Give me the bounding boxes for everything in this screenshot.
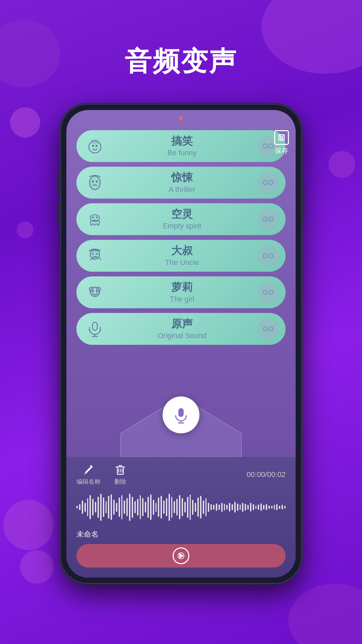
- wave-bar: [190, 494, 191, 520]
- edit-name-button[interactable]: 编辑名称: [76, 464, 101, 486]
- svg-point-7: [89, 176, 100, 190]
- phone-device: 保存 搞笑 Be funny GO 惊悚: [60, 104, 302, 584]
- effect-name-cn-original: 原声: [107, 317, 257, 331]
- wave-bar: [147, 497, 149, 518]
- wave-bar: [137, 499, 138, 516]
- effect-name-en-funny: Be funny: [107, 148, 257, 158]
- go-button-girl[interactable]: GO: [257, 282, 279, 303]
- go-button-spirit[interactable]: GO: [257, 209, 279, 230]
- wave-bar: [263, 505, 264, 509]
- wave-bar: [274, 505, 275, 509]
- go-button-thriller[interactable]: GO: [257, 172, 279, 194]
- effects-list: 搞笑 Be funny GO 惊悚 A thriller GO 空灵: [66, 127, 296, 390]
- svg-point-5: [92, 145, 94, 147]
- bg-blob-3: [10, 107, 40, 138]
- wave-bar: [224, 504, 225, 511]
- wave-bar: [237, 503, 238, 511]
- effect-name-en-uncle: The Uncle: [107, 258, 257, 268]
- bg-blob-7: [20, 550, 54, 584]
- wave-bar: [210, 504, 212, 510]
- wave-bar: [219, 504, 220, 510]
- effect-item-original[interactable]: 原声 Original Sound GO: [76, 313, 286, 345]
- play-button[interactable]: [76, 544, 286, 568]
- wave-bar: [145, 502, 146, 513]
- app-title: 音频变声: [0, 44, 362, 80]
- effect-item-girl[interactable]: 萝莉 The girl GO: [76, 276, 286, 308]
- volume-down-button: [58, 201, 60, 225]
- wave-bar: [205, 498, 207, 516]
- wave-bar: [142, 498, 143, 516]
- wave-bar: [103, 497, 104, 517]
- effect-item-funny[interactable]: 搞笑 Be funny GO: [76, 130, 286, 162]
- effect-item-uncle[interactable]: 大叔 The Uncle GO: [76, 240, 286, 272]
- wave-bar: [116, 503, 117, 512]
- edit-icon: [82, 464, 95, 476]
- go-button-uncle[interactable]: GO: [257, 245, 279, 267]
- svg-rect-1: [280, 135, 283, 137]
- wave-bar: [276, 504, 278, 510]
- wave-bar: [158, 497, 159, 517]
- delete-icon: [114, 464, 127, 476]
- play-icon: [173, 547, 189, 564]
- save-label: 保存: [275, 146, 288, 155]
- wave-bar: [260, 503, 262, 511]
- wave-bar: [197, 497, 199, 517]
- wave-bar: [268, 505, 270, 509]
- effect-icon-funny: [83, 135, 107, 158]
- record-button[interactable]: [163, 396, 199, 433]
- wave-bar: [113, 500, 115, 515]
- wave-bar: [195, 503, 196, 512]
- effect-name-cn-girl: 萝莉: [107, 280, 257, 294]
- edit-name-label: 编辑名称: [76, 478, 101, 486]
- wave-bar: [156, 503, 157, 512]
- wave-bar: [221, 503, 223, 512]
- svg-rect-27: [178, 408, 184, 417]
- wave-bar: [232, 504, 233, 510]
- svg-point-6: [96, 145, 98, 147]
- wave-bar: [100, 494, 102, 521]
- svg-rect-2: [280, 138, 283, 140]
- effect-item-spirit[interactable]: 空灵 Empty spirit GO: [76, 203, 286, 235]
- wave-bar: [140, 495, 141, 519]
- wave-bar: [184, 502, 186, 513]
- effect-name-cn-thriller: 惊悚: [107, 171, 257, 185]
- wave-bar: [203, 500, 204, 514]
- svg-point-20: [92, 290, 94, 292]
- effect-icon-uncle: [83, 244, 107, 268]
- wave-bar: [240, 504, 241, 510]
- wave-bar: [179, 495, 180, 519]
- wave-bar: [234, 502, 236, 513]
- bg-blob-5: [328, 151, 355, 178]
- svg-point-11: [92, 216, 94, 218]
- wave-bar: [169, 494, 170, 521]
- wave-bar: [92, 499, 94, 516]
- effect-name-en-girl: The girl: [107, 294, 257, 304]
- svg-rect-14: [89, 250, 101, 252]
- wave-bar: [279, 506, 280, 509]
- waveform: [76, 490, 286, 524]
- wave-bar: [106, 501, 107, 513]
- effect-item-thriller[interactable]: 惊悚 A thriller GO: [76, 167, 286, 199]
- wave-bar: [129, 494, 130, 521]
- wave-bar: [247, 505, 249, 509]
- save-button[interactable]: 保存: [274, 130, 289, 155]
- wave-bar: [284, 506, 286, 508]
- mic-section: [66, 390, 296, 457]
- go-button-original[interactable]: GO: [257, 318, 279, 340]
- effect-icon-spirit: [83, 208, 107, 231]
- svg-point-9: [96, 180, 98, 182]
- wave-bar: [87, 498, 88, 516]
- camera-dot: [179, 116, 183, 120]
- effect-name-cn-spirit: 空灵: [107, 207, 257, 221]
- effect-icon-thriller: [83, 171, 107, 195]
- wave-bar: [208, 503, 209, 512]
- wave-bar: [258, 504, 259, 510]
- wave-bar: [187, 497, 188, 518]
- delete-button[interactable]: 删除: [114, 464, 127, 486]
- wave-bar: [108, 496, 109, 519]
- wave-bar: [229, 503, 230, 511]
- wave-bar: [245, 504, 246, 511]
- wave-bar: [255, 505, 257, 509]
- svg-point-23: [97, 292, 99, 294]
- bottom-toolbar: 编辑名称 删除 00:00/00:: [76, 464, 286, 486]
